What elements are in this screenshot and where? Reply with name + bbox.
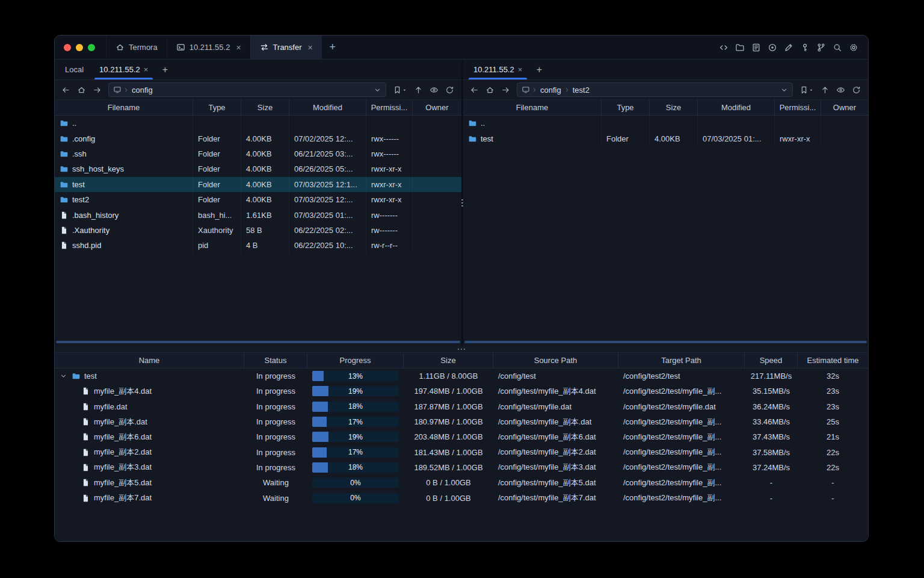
refresh-button[interactable] [849,82,863,97]
horizontal-scrollbar[interactable] [464,341,867,343]
caret-down-icon [402,87,407,93]
file-row[interactable]: test2Folder4.00KB07/03/2025 12:...rwxr-x… [55,192,461,207]
transfer-splitter[interactable] [55,346,868,352]
search-button[interactable] [830,40,845,55]
column-header[interactable]: Filename [463,100,602,115]
column-header[interactable]: Type [193,100,241,115]
file-row[interactable]: ssh_host_keysFolder4.00KB06/26/2025 05:.… [55,161,461,176]
transfer-row[interactable]: myfile_副本5.datWaiting0%0 B / 1.00GB/conf… [55,475,868,490]
transfer-row[interactable]: myfile_副本7.datWaiting0%0 B / 1.00GB/conf… [55,490,868,505]
transfer-row[interactable]: myfile.datIn progress18%187.87MB / 1.00G… [55,399,868,414]
column-header[interactable]: Estimated time [798,353,868,368]
column-header[interactable]: Size [404,353,493,368]
forward-button[interactable] [498,82,513,97]
upload-button[interactable] [818,82,832,97]
folder-item-icon [60,149,69,158]
new-file-tab-button[interactable]: + [156,60,174,79]
column-header[interactable]: Source Path [493,353,618,368]
home-button[interactable] [482,82,497,97]
column-header[interactable]: Owner [413,100,461,115]
app-tab-10-211-55-2[interactable]: 10.211.55.2× [167,36,250,59]
close-icon[interactable]: × [144,65,149,74]
transfer-target-path: /config/test2/test/myfile_副... [623,447,721,458]
code-button[interactable] [716,40,731,55]
upload-button[interactable] [411,82,425,97]
back-button[interactable] [58,82,73,97]
new-tab-button[interactable]: + [322,36,343,59]
column-header[interactable]: Permissi... [775,100,821,115]
record-button[interactable] [765,40,780,55]
column-header[interactable]: Modified [289,100,366,115]
file-size: 4.00KB [246,164,272,173]
app-tab-transfer[interactable]: Transfer× [250,36,322,59]
minimize-window-button[interactable] [76,44,83,51]
file-row[interactable]: testFolder4.00KB07/03/2025 01:...rwxr-xr… [463,131,868,146]
column-header[interactable]: Progress [307,353,404,368]
file-row[interactable]: .XauthorityXauthority58 B06/22/2025 02:.… [55,223,461,238]
breadcrumb-item[interactable]: config [131,85,154,95]
show-hidden-button[interactable] [833,82,848,97]
file-modified: 07/03/2025 12:... [294,195,353,204]
file-row[interactable]: .. [55,116,461,131]
path-dropdown-icon[interactable] [780,86,788,94]
app-tab-termora[interactable]: Termora [106,36,167,59]
file-row[interactable]: testFolder4.00KB07/03/2025 12:1...rwxr-x… [55,177,461,192]
transfer-row[interactable]: testIn progress13%1.11GB / 8.00GB/config… [55,368,868,384]
chevron-down-icon[interactable] [60,372,68,380]
refresh-button[interactable] [442,82,457,97]
column-header[interactable]: Modified [698,100,775,115]
breadcrumb-item[interactable]: test2 [571,85,591,95]
transfer-row[interactable]: myfile_副本3.datIn progress18%189.52MB / 1… [55,460,868,475]
path-bar[interactable]: configtest2 [517,82,793,97]
transfer-row[interactable]: myfile_副本4.datIn progress19%197.48MB / 1… [55,384,868,399]
bookmark-button[interactable] [797,82,816,97]
zoom-window-button[interactable] [88,44,95,51]
column-header[interactable]: Permissi... [366,100,413,115]
file-row[interactable]: .configFolder4.00KB07/02/2025 12:...rwx-… [55,131,461,146]
forward-button[interactable] [90,82,104,97]
column-header[interactable]: Owner [821,100,868,115]
new-file-tab-button[interactable]: + [530,60,548,79]
home-button[interactable] [74,82,88,97]
column-header[interactable]: Size [241,100,289,115]
file-panel-tabs: Local10.211.55.2×+ [55,60,461,80]
log-button[interactable] [749,40,763,55]
file-permissions: rwxr-xr-x [371,195,402,204]
column-header[interactable]: Type [602,100,650,115]
branch-button[interactable] [814,40,828,55]
file-item-icon [81,448,90,457]
column-header[interactable]: Status [244,353,307,368]
file-row[interactable]: .bash_historybash_hi...1.61KB07/03/2025 … [55,207,461,222]
close-icon[interactable]: × [518,65,523,74]
folder-button[interactable] [733,40,747,55]
close-icon[interactable]: × [308,43,313,52]
column-header[interactable]: Name [55,353,244,368]
file-row[interactable]: .sshFolder4.00KB06/21/2025 03:...rwx----… [55,146,461,161]
key-button[interactable] [798,40,812,55]
edit-button[interactable] [781,40,796,55]
breadcrumb-item[interactable]: config [539,85,562,95]
progress-bar: 18% [312,462,399,473]
file-tab-10-211-55-2[interactable]: 10.211.55.2× [91,60,156,79]
file-row[interactable]: .. [463,116,868,131]
column-header[interactable]: Speed [745,353,798,368]
back-button[interactable] [467,82,481,97]
transfer-eta: 22s [827,463,839,472]
show-hidden-button[interactable] [427,82,441,97]
close-window-button[interactable] [64,44,71,51]
column-header[interactable]: Target Path [618,353,745,368]
column-header[interactable]: Size [650,100,698,115]
column-header[interactable]: Filename [55,100,193,115]
file-row[interactable]: sshd.pidpid4 B06/22/2025 10:...rw-r--r-- [55,238,461,253]
transfer-row[interactable]: myfile_副本2.datIn progress17%181.43MB / 1… [55,444,868,459]
transfer-row[interactable]: myfile_副本.datIn progress17%180.97MB / 1.… [55,414,868,429]
path-bar[interactable]: config [108,82,386,97]
horizontal-scrollbar[interactable] [56,341,460,343]
file-tab-local[interactable]: Local [57,60,91,79]
path-dropdown-icon[interactable] [374,86,381,94]
file-tab-10-211-55-2[interactable]: 10.211.55.2× [466,60,530,79]
close-icon[interactable]: × [236,43,241,52]
settings-button[interactable] [846,40,861,55]
transfer-row[interactable]: myfile_副本6.datIn progress19%203.48MB / 1… [55,429,868,444]
bookmark-button[interactable] [390,82,410,97]
